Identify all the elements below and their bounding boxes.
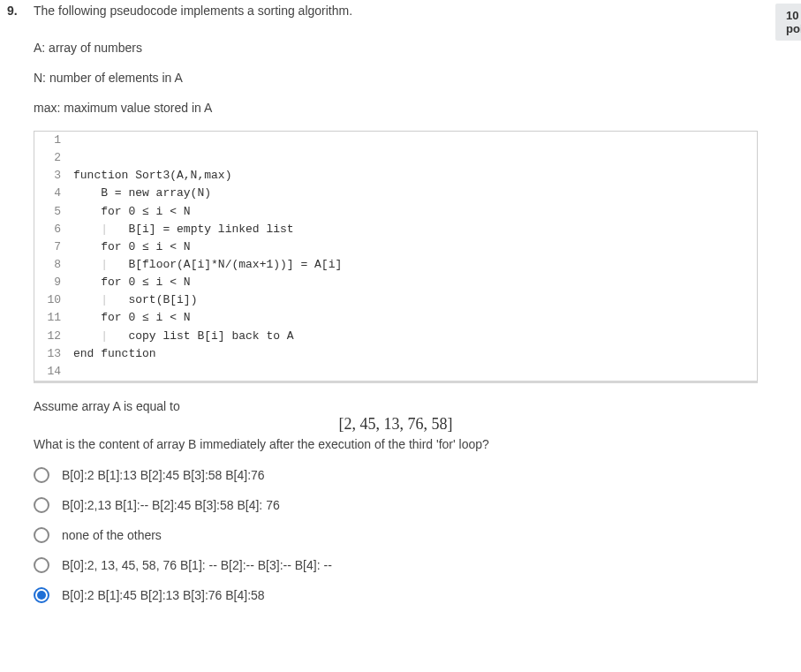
code-content: | sort(B[i]) <box>73 291 757 309</box>
line-number: 13 <box>34 345 73 363</box>
def-a: A: array of numbers <box>34 41 758 55</box>
def-n: N: number of elements in A <box>34 71 758 85</box>
radio-icon[interactable] <box>34 497 49 513</box>
code-line: 3function Sort3(A,N,max) <box>34 167 757 185</box>
options-list: B[0]:2 B[1]:13 B[2]:45 B[3]:58 B[4]:76B[… <box>34 467 758 624</box>
option-0[interactable]: B[0]:2 B[1]:13 B[2]:45 B[3]:58 B[4]:76 <box>34 467 758 483</box>
def-max: max: maximum value stored in A <box>34 101 758 115</box>
points-badge: 10 points <box>775 4 801 41</box>
code-content: end function <box>73 345 757 363</box>
option-1[interactable]: B[0]:2,13 B[1]:-- B[2]:45 B[3]:58 B[4]: … <box>34 497 758 513</box>
line-number: 3 <box>34 167 73 185</box>
question-container: 9. The following pseudocode implements a… <box>0 0 801 624</box>
code-line: 8 | B[floor(A[i]*N/(max+1))] = A[i] <box>34 256 757 274</box>
option-4[interactable]: B[0]:2 B[1]:45 B[2]:13 B[3]:76 B[4]:58 <box>34 587 758 603</box>
question-stem: The following pseudocode implements a so… <box>34 4 758 115</box>
code-line: 12 | copy list B[i] back to A <box>34 328 757 345</box>
code-content: B = new array(N) <box>73 185 757 202</box>
code-content: for 0 ≤ i < N <box>73 309 757 327</box>
option-label: B[0]:2 B[1]:13 B[2]:45 B[3]:58 B[4]:76 <box>62 468 265 482</box>
line-number: 4 <box>34 185 73 202</box>
intro-text: The following pseudocode implements a so… <box>34 4 758 18</box>
radio-icon[interactable] <box>34 557 49 573</box>
line-number: 11 <box>34 309 73 327</box>
code-line: 13end function <box>34 345 757 363</box>
code-line: 9 for 0 ≤ i < N <box>34 274 757 291</box>
option-label: none of the others <box>62 528 162 542</box>
option-2[interactable]: none of the others <box>34 527 758 543</box>
option-label: B[0]:2,13 B[1]:-- B[2]:45 B[3]:58 B[4]: … <box>62 498 280 512</box>
code-content: | B[floor(A[i]*N/(max+1))] = A[i] <box>73 256 757 274</box>
code-content: for 0 ≤ i < N <box>73 203 757 221</box>
code-content: function Sort3(A,N,max) <box>73 167 757 185</box>
question-body: The following pseudocode implements a so… <box>34 4 758 624</box>
array-display: [2, 45, 13, 76, 58] <box>34 415 758 434</box>
code-content: | copy list B[i] back to A <box>73 328 757 345</box>
code-content: | B[i] = empty linked list <box>73 221 757 238</box>
code-line: 14 <box>34 363 757 381</box>
option-label: B[0]:2, 13, 45, 58, 76 B[1]: -- B[2]:-- … <box>62 558 332 572</box>
code-line: 4 B = new array(N) <box>34 185 757 202</box>
line-number: 6 <box>34 221 73 238</box>
code-line: 5 for 0 ≤ i < N <box>34 203 757 221</box>
assume-text: Assume array A is equal to <box>34 399 758 413</box>
line-number: 12 <box>34 328 73 345</box>
code-line: 6 | B[i] = empty linked list <box>34 221 757 238</box>
line-number: 14 <box>34 363 73 381</box>
code-box: 123function Sort3(A,N,max)4 B = new arra… <box>34 131 758 383</box>
code-line: 11 for 0 ≤ i < N <box>34 309 757 327</box>
line-number: 2 <box>34 149 73 167</box>
line-number: 9 <box>34 274 73 291</box>
code-content: for 0 ≤ i < N <box>73 238 757 256</box>
radio-icon[interactable] <box>34 587 49 603</box>
option-3[interactable]: B[0]:2, 13, 45, 58, 76 B[1]: -- B[2]:-- … <box>34 557 758 573</box>
follow-question: What is the content of array B immediate… <box>34 437 758 451</box>
code-line: 7 for 0 ≤ i < N <box>34 238 757 256</box>
line-number: 7 <box>34 238 73 256</box>
radio-icon[interactable] <box>34 527 49 543</box>
code-line: 1 <box>34 132 757 149</box>
line-number: 1 <box>34 132 73 149</box>
line-number: 5 <box>34 203 73 221</box>
question-number: 9. <box>7 4 23 18</box>
code-line: 2 <box>34 149 757 167</box>
option-label: B[0]:2 B[1]:45 B[2]:13 B[3]:76 B[4]:58 <box>62 588 265 602</box>
code-line: 10 | sort(B[i]) <box>34 291 757 309</box>
code-content: for 0 ≤ i < N <box>73 274 757 291</box>
question-header: 9. The following pseudocode implements a… <box>0 4 801 624</box>
line-number: 8 <box>34 256 73 274</box>
line-number: 10 <box>34 291 73 309</box>
radio-icon[interactable] <box>34 467 49 483</box>
